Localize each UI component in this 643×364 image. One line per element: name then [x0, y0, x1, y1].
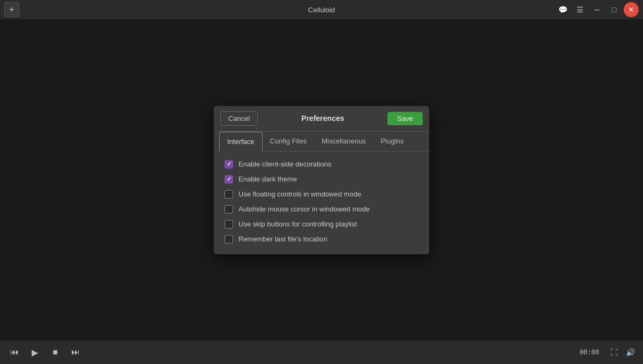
- titlebar: + Celluloid 💬 ☰ ─ □ ✕: [0, 0, 643, 19]
- checkbox-label-skip-buttons: Use skip buttons for controlling playlis…: [238, 220, 357, 228]
- checkbox-label-client-decorations: Enable client-side decorations: [238, 160, 331, 168]
- tab-bar: Interface Config Files Miscellaneous Plu…: [214, 132, 429, 151]
- time-display: 00:00: [580, 348, 599, 356]
- cancel-button[interactable]: Cancel: [220, 111, 258, 126]
- fullscreen-icon[interactable]: ⛶: [608, 346, 620, 359]
- list-item[interactable]: Use floating controls in windowed mode: [225, 190, 418, 199]
- next-button[interactable]: ⏭: [68, 344, 84, 360]
- dialog-title: Preferences: [301, 114, 344, 123]
- checkbox-label-autohide-cursor: Autohide mouse cursor in windowed mode: [238, 205, 370, 213]
- close-button[interactable]: ✕: [624, 2, 639, 17]
- checkbox-dark-theme[interactable]: [225, 175, 233, 184]
- maximize-button[interactable]: □: [607, 2, 622, 17]
- list-item[interactable]: Enable dark theme: [225, 175, 418, 184]
- chat-icon-button[interactable]: 💬: [555, 2, 570, 17]
- menu-button[interactable]: ☰: [572, 2, 587, 17]
- minimize-button[interactable]: ─: [589, 2, 604, 17]
- save-button[interactable]: Save: [387, 112, 423, 125]
- checkbox-label-remember-location: Remember last file's location: [238, 235, 327, 243]
- titlebar-right: 💬 ☰ ─ □ ✕: [555, 2, 639, 17]
- dialog-header: Cancel Preferences Save: [214, 106, 429, 132]
- list-item[interactable]: Autohide mouse cursor in windowed mode: [225, 205, 418, 214]
- play-button[interactable]: ▶: [27, 344, 43, 360]
- main-content: Cancel Preferences Save Interface Config…: [0, 19, 643, 340]
- prev-button[interactable]: ⏮: [6, 344, 23, 360]
- list-item[interactable]: Remember last file's location: [225, 235, 418, 244]
- tab-config-files[interactable]: Config Files: [263, 132, 315, 151]
- bottom-right-icons: ⛶ 🔊: [608, 346, 637, 359]
- checkbox-remember-location[interactable]: [225, 235, 233, 244]
- add-button[interactable]: +: [4, 2, 19, 17]
- checkbox-skip-buttons[interactable]: [225, 220, 233, 229]
- bottom-bar: ⏮ ▶ ■ ⏭ 00:00 ⛶ 🔊: [0, 340, 643, 364]
- stop-button[interactable]: ■: [47, 344, 63, 360]
- list-item[interactable]: Use skip buttons for controlling playlis…: [225, 220, 418, 229]
- preferences-dialog: Cancel Preferences Save Interface Config…: [214, 106, 429, 254]
- checkbox-client-decorations[interactable]: [225, 160, 233, 169]
- checkbox-floating-controls[interactable]: [225, 190, 233, 199]
- volume-icon[interactable]: 🔊: [624, 346, 637, 359]
- tab-interface[interactable]: Interface: [219, 132, 263, 151]
- list-item[interactable]: Enable client-side decorations: [225, 160, 418, 169]
- checkbox-autohide-cursor[interactable]: [225, 205, 233, 214]
- checkbox-label-dark-theme: Enable dark theme: [238, 175, 297, 183]
- dialog-body: Enable client-side decorations Enable da…: [214, 151, 429, 254]
- titlebar-left: +: [4, 2, 19, 17]
- tab-miscellaneous[interactable]: Miscellaneous: [314, 132, 373, 151]
- checkbox-label-floating-controls: Use floating controls in windowed mode: [238, 190, 361, 198]
- tab-plugins[interactable]: Plugins: [373, 132, 412, 151]
- app-title: Celluloid: [308, 6, 335, 14]
